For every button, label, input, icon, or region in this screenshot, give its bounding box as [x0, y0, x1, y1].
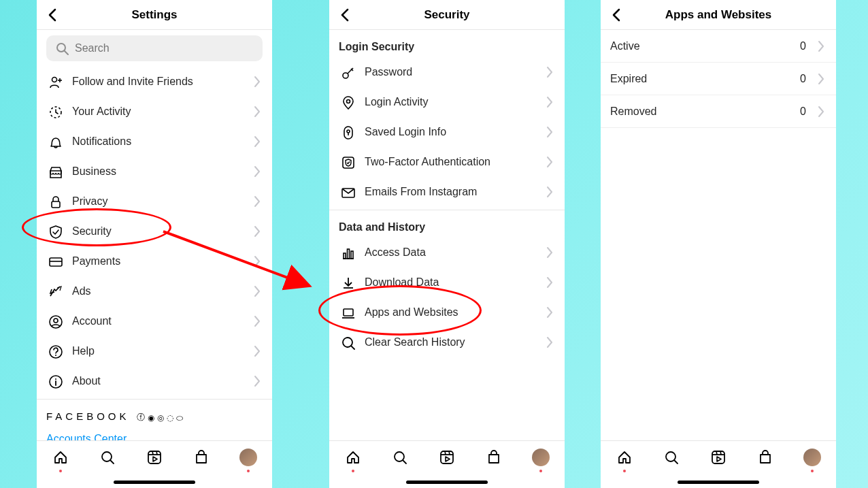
- settings-item-business[interactable]: Business: [37, 157, 272, 186]
- list-item-label: Login Activity: [365, 96, 541, 108]
- avatar: [803, 449, 821, 466]
- list-item-label: Download Data: [365, 276, 541, 289]
- mail-icon: [339, 184, 356, 199]
- tab-home[interactable]: [51, 448, 70, 467]
- tab-shop[interactable]: [484, 448, 503, 467]
- tab-reels[interactable]: [437, 448, 456, 467]
- invite-icon: [46, 74, 64, 89]
- chevron-right-icon: [249, 103, 263, 120]
- list-item-label: Apps and Websites: [365, 306, 541, 319]
- download-icon: [339, 275, 356, 290]
- home-indicator: [678, 481, 759, 484]
- chevron-right-icon: [249, 373, 263, 389]
- settings-screen: Settings Follow and Invite FriendsYour A…: [37, 0, 272, 488]
- back-button[interactable]: [44, 5, 63, 25]
- settings-item-help[interactable]: Help: [37, 336, 272, 366]
- apps-and-websites-screen: Apps and Websites Active0Expired0Removed…: [601, 0, 836, 488]
- about-icon: [46, 374, 64, 389]
- chevron-right-icon: [249, 163, 263, 180]
- security-item-searchclear[interactable]: Clear Search History: [329, 327, 565, 357]
- business-icon: [46, 164, 64, 179]
- settings-item-ads[interactable]: Ads: [37, 276, 272, 306]
- tab-shop[interactable]: [756, 448, 775, 467]
- facebook-label: FACEBOOK: [46, 410, 130, 422]
- settings-item-payments[interactable]: Payments: [37, 246, 272, 276]
- apps-row-removed[interactable]: Removed0: [601, 95, 836, 128]
- twofa-icon: [339, 154, 356, 169]
- tab-profile[interactable]: [803, 448, 822, 467]
- tab-search[interactable]: [390, 448, 410, 467]
- list-item-label: Clear Search History: [365, 336, 541, 348]
- chevron-right-icon: [249, 313, 263, 329]
- security-item-key[interactable]: Password: [329, 57, 565, 87]
- list-item-label: Account: [72, 315, 249, 327]
- chevron-right-icon: [541, 304, 555, 321]
- tab-search[interactable]: [98, 448, 117, 467]
- settings-item-about[interactable]: About: [37, 366, 272, 396]
- facebook-icon: ⓕ: [137, 412, 145, 423]
- list-item-label: Follow and Invite Friends: [72, 76, 249, 88]
- back-button[interactable]: [336, 5, 355, 25]
- security-item-pin[interactable]: Login Activity: [329, 87, 565, 117]
- list-item-label: Payments: [72, 255, 249, 267]
- page-title: Apps and Websites: [665, 8, 772, 22]
- security-item-twofa[interactable]: Two-Factor Authentication: [329, 147, 565, 177]
- chevron-right-icon: [813, 103, 827, 120]
- security-item-laptop[interactable]: Apps and Websites: [329, 297, 565, 327]
- chevron-right-icon: [541, 274, 555, 291]
- help-icon: [46, 344, 64, 359]
- security-item-mail[interactable]: Emails From Instagram: [329, 177, 565, 207]
- chevron-right-icon: [249, 193, 263, 210]
- header: Apps and Websites: [601, 0, 836, 30]
- chevron-right-icon: [541, 244, 555, 261]
- section-login-security: Login Security: [329, 30, 565, 57]
- home-indicator: [114, 481, 195, 484]
- tab-home[interactable]: [344, 448, 363, 467]
- list-item-label: Help: [72, 345, 249, 357]
- security-item-keyhole[interactable]: Saved Login Info: [329, 117, 565, 147]
- security-item-download[interactable]: Download Data: [329, 267, 565, 297]
- lock-icon: [46, 194, 64, 209]
- back-button[interactable]: [607, 5, 627, 25]
- apps-row-active[interactable]: Active0: [601, 30, 836, 63]
- searchclear-icon: [339, 335, 356, 350]
- search-input[interactable]: [46, 35, 263, 61]
- chevron-right-icon: [249, 343, 263, 359]
- settings-item-shield[interactable]: Security: [37, 216, 272, 246]
- apps-row-expired[interactable]: Expired0: [601, 63, 836, 95]
- row-count: 0: [800, 105, 806, 118]
- pin-icon: [339, 95, 356, 110]
- row-count: 0: [800, 73, 806, 85]
- tab-profile[interactable]: [239, 448, 258, 467]
- chevron-right-icon: [249, 133, 263, 150]
- shield-icon: [46, 224, 64, 239]
- chevron-right-icon: [541, 184, 555, 200]
- list-item-label: Business: [72, 165, 249, 178]
- account-icon: [46, 314, 64, 329]
- settings-item-bell[interactable]: Notifications: [37, 127, 272, 157]
- search-icon: [54, 41, 69, 56]
- tab-home[interactable]: [615, 448, 634, 467]
- tab-reels[interactable]: [145, 448, 164, 467]
- bars-icon: [339, 245, 356, 260]
- settings-item-invite[interactable]: Follow and Invite Friends: [37, 67, 272, 97]
- tab-search[interactable]: [662, 448, 681, 467]
- ads-icon: [46, 284, 64, 299]
- settings-item-lock[interactable]: Privacy: [37, 186, 272, 216]
- list-item-label: Your Activity: [72, 105, 249, 118]
- header: Settings: [37, 0, 272, 30]
- tab-reels[interactable]: [709, 448, 728, 467]
- security-item-bars[interactable]: Access Data: [329, 238, 565, 267]
- tab-shop[interactable]: [192, 448, 211, 467]
- settings-item-account[interactable]: Account: [37, 306, 272, 336]
- search-field[interactable]: [75, 42, 254, 54]
- row-label: Active: [610, 40, 800, 52]
- avatar: [239, 449, 257, 466]
- list-item-label: Saved Login Info: [365, 126, 541, 138]
- chevron-right-icon: [541, 94, 555, 110]
- settings-item-activity[interactable]: Your Activity: [37, 97, 272, 127]
- tab-profile[interactable]: [531, 448, 550, 467]
- list-item-label: Ads: [72, 285, 249, 297]
- whatsapp-icon: ◌: [167, 413, 173, 423]
- payments-icon: [46, 254, 64, 269]
